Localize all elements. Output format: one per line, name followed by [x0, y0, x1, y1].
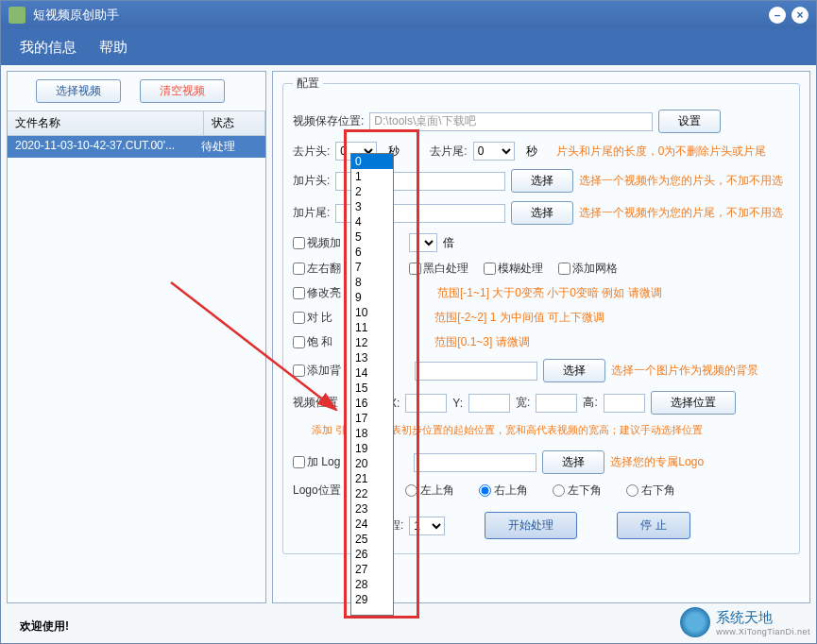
contrast-checkbox-label[interactable]: 对 比 [293, 310, 332, 326]
close-button[interactable]: × [791, 7, 808, 24]
brightness-hint: 范围[-1~1] 大于0变亮 小于0变暗 例如 请微调 [437, 285, 662, 301]
radio-bottom-right[interactable]: 右下角 [626, 483, 675, 499]
logo-input[interactable] [414, 453, 536, 472]
file-row[interactable]: 2020-11-03-10-42-37.CUT.00'... 待处理 [8, 136, 265, 158]
stop-button[interactable]: 停 止 [617, 512, 689, 539]
radio-bottom-left[interactable]: 左下角 [553, 483, 602, 499]
dropdown-option-1[interactable]: 1 [351, 169, 393, 184]
add-head-select-button[interactable]: 选择 [511, 169, 573, 193]
speed-select[interactable] [409, 233, 437, 252]
pos-w-input[interactable] [536, 394, 577, 413]
app-icon [9, 7, 26, 24]
pos-h-input[interactable] [604, 394, 645, 413]
select-video-button[interactable]: 选择视频 [36, 79, 121, 103]
bg-select-button[interactable]: 选择 [543, 359, 605, 382]
dropdown-option-17[interactable]: 17 [351, 411, 393, 426]
logo-pos-label: Logo位置 [293, 483, 341, 499]
config-title: 配置 [293, 76, 323, 92]
dropdown-option-21[interactable]: 21 [351, 471, 393, 486]
bg-input[interactable] [415, 362, 537, 381]
save-location-input[interactable] [369, 112, 653, 131]
bw-checkbox-label[interactable]: 黑白处理 [409, 261, 468, 277]
bg-checkbox-label[interactable]: 添加背 [293, 363, 341, 379]
dropdown-option-14[interactable]: 14 [351, 365, 393, 381]
dropdown-option-12[interactable]: 12 [351, 335, 393, 350]
set-location-button[interactable]: 设置 [658, 110, 721, 133]
dropdown-option-8[interactable]: 8 [351, 275, 393, 290]
speed-checkbox[interactable] [293, 237, 305, 249]
dropdown-option-11[interactable]: 11 [351, 320, 393, 335]
grid-checkbox-label[interactable]: 添加网格 [558, 261, 618, 277]
logo-checkbox[interactable] [293, 456, 305, 468]
col-status: 状态 [204, 111, 265, 135]
blur-checkbox-label[interactable]: 模糊处理 [484, 261, 543, 277]
logo-select-button[interactable]: 选择 [542, 450, 604, 474]
pos-y-input[interactable] [468, 394, 510, 413]
logo-checkbox-label[interactable]: 加 Log [293, 454, 340, 470]
cut-head-label: 去片头: [293, 144, 330, 160]
dropdown-option-29[interactable]: 29 [351, 592, 393, 607]
add-tail-hint: 选择一个视频作为您的片尾，不加不用选 [579, 205, 783, 221]
radio-top-right[interactable]: 右上角 [479, 483, 528, 499]
add-tail-select-button[interactable]: 选择 [511, 201, 573, 225]
contrast-checkbox[interactable] [293, 312, 305, 324]
dropdown-option-2[interactable]: 2 [351, 184, 393, 199]
contrast-hint: 范围[-2~2] 1 为中间值 可上下微调 [434, 310, 604, 326]
dropdown-option-5[interactable]: 5 [351, 229, 393, 245]
dropdown-option-6[interactable]: 6 [351, 245, 393, 260]
watermark-en: www.XiTongTianDi.net [716, 627, 810, 636]
cut-head-dropdown-list[interactable]: 0123456789101112131415161718192021222324… [350, 153, 394, 616]
menu-my-info[interactable]: 我的信息 [20, 39, 77, 57]
bg-checkbox[interactable] [293, 364, 305, 377]
bw-checkbox[interactable] [409, 263, 421, 275]
sec-unit-2: 秒 [526, 144, 537, 160]
titlebar: 短视频原创助手 – × [1, 1, 816, 29]
speed-checkbox-label[interactable]: 视频加 [293, 235, 341, 251]
saturation-checkbox-label[interactable]: 饱 和 [293, 334, 332, 350]
save-location-label: 视频保存位置: [293, 113, 364, 129]
dropdown-option-26[interactable]: 26 [351, 547, 393, 562]
dropdown-option-25[interactable]: 25 [351, 532, 393, 547]
start-button[interactable]: 开始处理 [485, 512, 577, 539]
pos-x-input[interactable] [405, 394, 447, 413]
dropdown-option-18[interactable]: 18 [351, 426, 393, 441]
dropdown-option-19[interactable]: 19 [351, 441, 393, 456]
watermark: 系统天地 www.XiTongTianDi.net [680, 607, 810, 637]
dropdown-option-20[interactable]: 20 [351, 456, 393, 471]
blur-checkbox[interactable] [484, 263, 496, 275]
dropdown-option-4[interactable]: 4 [351, 214, 393, 229]
grid-checkbox[interactable] [558, 263, 570, 275]
saturation-hint: 范围[0.1~3] 请微调 [434, 334, 529, 350]
minimize-button[interactable]: – [769, 7, 786, 24]
dropdown-option-9[interactable]: 9 [351, 290, 393, 305]
brightness-checkbox-label[interactable]: 修改亮 [293, 285, 341, 301]
dropdown-option-28[interactable]: 28 [351, 577, 393, 592]
dropdown-option-27[interactable]: 27 [351, 562, 393, 577]
dropdown-option-24[interactable]: 24 [351, 517, 393, 532]
dropdown-option-16[interactable]: 16 [351, 396, 393, 411]
speed-unit: 倍 [443, 235, 454, 251]
status-text: 欢迎使用! [20, 619, 69, 635]
clear-video-button[interactable]: 清空视频 [140, 79, 225, 103]
radio-top-left[interactable]: 左上角 [405, 483, 454, 499]
file-status: 待处理 [201, 139, 258, 155]
dropdown-option-23[interactable]: 23 [351, 501, 393, 517]
dropdown-option-13[interactable]: 13 [351, 350, 393, 365]
bg-hint: 选择一个图片作为视频的背景 [611, 363, 758, 379]
brightness-checkbox[interactable] [293, 287, 305, 299]
pos-label: 视频位置 [293, 395, 338, 411]
dropdown-option-15[interactable]: 15 [351, 381, 393, 396]
dropdown-option-3[interactable]: 3 [351, 199, 393, 214]
thread-select[interactable]: 1 [409, 517, 445, 535]
dropdown-option-0[interactable]: 0 [351, 154, 393, 169]
dropdown-option-7[interactable]: 7 [351, 260, 393, 275]
dropdown-option-22[interactable]: 22 [351, 486, 393, 501]
menu-help[interactable]: 帮助 [99, 39, 128, 57]
cut-tail-select[interactable]: 0 [473, 142, 515, 161]
flip-checkbox-label[interactable]: 左右翻 [293, 261, 341, 277]
saturation-checkbox[interactable] [293, 336, 305, 348]
pos-select-button[interactable]: 选择位置 [651, 391, 736, 415]
watermark-logo-icon [680, 607, 710, 637]
dropdown-option-10[interactable]: 10 [351, 305, 393, 320]
flip-checkbox[interactable] [293, 263, 305, 275]
